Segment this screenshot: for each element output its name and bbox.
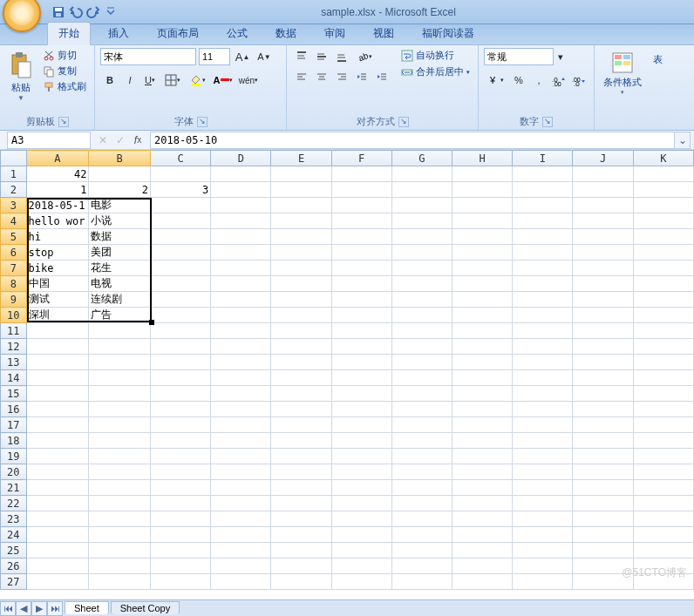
- cell[interactable]: [150, 433, 210, 449]
- cell[interactable]: [331, 511, 391, 527]
- col-header-H[interactable]: H: [452, 151, 513, 166]
- cell[interactable]: [633, 308, 693, 323]
- cell[interactable]: [211, 558, 271, 574]
- cell[interactable]: [89, 480, 151, 496]
- cell[interactable]: [271, 292, 331, 308]
- cell[interactable]: [271, 276, 331, 292]
- cell[interactable]: [150, 574, 210, 590]
- cell[interactable]: bike: [26, 261, 89, 276]
- cell[interactable]: [391, 370, 452, 386]
- cell[interactable]: [633, 480, 693, 496]
- formula-bar[interactable]: [150, 132, 675, 149]
- cell[interactable]: [211, 166, 271, 182]
- cell[interactable]: [633, 449, 693, 464]
- cell[interactable]: [211, 213, 271, 229]
- percent-button[interactable]: %: [509, 71, 528, 89]
- cell[interactable]: [513, 292, 573, 308]
- row-header[interactable]: 21: [1, 480, 27, 496]
- cell[interactable]: [573, 464, 633, 480]
- cell[interactable]: [513, 402, 573, 417]
- cell[interactable]: [150, 543, 210, 558]
- cell[interactable]: [331, 527, 391, 543]
- cell[interactable]: [573, 370, 633, 386]
- align-center-icon[interactable]: [312, 68, 331, 85]
- orientation-icon[interactable]: ab▾: [352, 48, 377, 65]
- row-header[interactable]: 16: [1, 402, 27, 417]
- cell[interactable]: [150, 276, 210, 292]
- increase-indent-icon[interactable]: [372, 68, 391, 85]
- cell[interactable]: [513, 276, 573, 292]
- cell[interactable]: 中国: [26, 276, 89, 292]
- sheet-nav-next-icon[interactable]: ▶: [31, 601, 47, 616]
- cell[interactable]: [331, 308, 391, 323]
- bold-button[interactable]: B: [100, 71, 119, 89]
- cell[interactable]: [391, 417, 452, 433]
- cell[interactable]: [633, 198, 693, 213]
- row-header[interactable]: 19: [1, 449, 27, 464]
- cell[interactable]: [89, 449, 151, 464]
- cell[interactable]: [271, 370, 331, 386]
- cell[interactable]: [331, 229, 391, 245]
- cell[interactable]: [633, 229, 693, 245]
- cell[interactable]: [89, 558, 151, 574]
- cell[interactable]: [452, 355, 513, 370]
- cell[interactable]: [633, 386, 693, 402]
- cell[interactable]: [391, 182, 452, 198]
- sheet-tab[interactable]: Sheet: [65, 601, 109, 614]
- cell[interactable]: [573, 496, 633, 511]
- cell[interactable]: 42: [26, 166, 89, 182]
- cell[interactable]: [211, 355, 271, 370]
- tab-视图[interactable]: 视图: [363, 23, 405, 44]
- col-header-B[interactable]: B: [89, 151, 151, 166]
- cell[interactable]: [89, 386, 151, 402]
- cell[interactable]: [211, 480, 271, 496]
- cell[interactable]: [26, 355, 89, 370]
- cell[interactable]: [391, 308, 452, 323]
- cell[interactable]: [633, 245, 693, 261]
- cell[interactable]: [26, 464, 89, 480]
- cell[interactable]: [391, 276, 452, 292]
- cell[interactable]: 测试: [26, 292, 89, 308]
- cell[interactable]: [150, 402, 210, 417]
- cell[interactable]: [271, 245, 331, 261]
- merge-center-button[interactable]: 合并后居中▾: [398, 64, 473, 79]
- cell[interactable]: [271, 449, 331, 464]
- cell[interactable]: [89, 433, 151, 449]
- cell[interactable]: [633, 402, 693, 417]
- cell[interactable]: [150, 355, 210, 370]
- cell[interactable]: [452, 574, 513, 590]
- cell[interactable]: [452, 198, 513, 213]
- row-header[interactable]: 18: [1, 433, 27, 449]
- cell[interactable]: [633, 213, 693, 229]
- cell[interactable]: [331, 182, 391, 198]
- cell[interactable]: [271, 323, 331, 339]
- cell[interactable]: 深圳: [26, 308, 89, 323]
- cell[interactable]: [633, 166, 693, 182]
- row-header[interactable]: 11: [1, 323, 27, 339]
- row-header[interactable]: 22: [1, 496, 27, 511]
- cell[interactable]: [271, 574, 331, 590]
- cell[interactable]: [633, 433, 693, 449]
- cell[interactable]: [513, 166, 573, 182]
- cell[interactable]: [452, 245, 513, 261]
- cell[interactable]: [573, 527, 633, 543]
- cell[interactable]: [391, 229, 452, 245]
- cell[interactable]: [331, 292, 391, 308]
- cell[interactable]: [513, 198, 573, 213]
- alignment-dialog-launcher[interactable]: ↘: [398, 117, 409, 127]
- cell[interactable]: [150, 308, 210, 323]
- cell[interactable]: [513, 182, 573, 198]
- cell[interactable]: [391, 261, 452, 276]
- cell[interactable]: 电影: [89, 198, 151, 213]
- sheet-tab[interactable]: Sheet Copy: [111, 601, 180, 614]
- cell[interactable]: [331, 213, 391, 229]
- cell[interactable]: [573, 166, 633, 182]
- cell[interactable]: 美团: [89, 245, 151, 261]
- cell[interactable]: [573, 182, 633, 198]
- phonetic-button[interactable]: wén▾: [236, 71, 261, 89]
- cell[interactable]: [271, 261, 331, 276]
- cell[interactable]: [331, 543, 391, 558]
- cell[interactable]: [391, 198, 452, 213]
- cell[interactable]: 连续剧: [89, 292, 151, 308]
- comma-button[interactable]: ,: [529, 71, 548, 89]
